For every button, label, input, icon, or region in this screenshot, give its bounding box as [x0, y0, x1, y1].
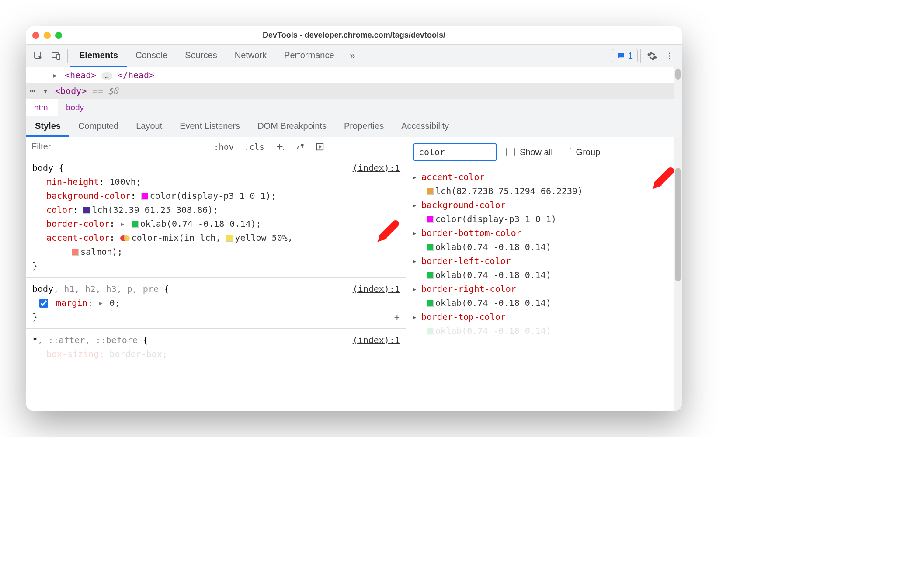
computed-property[interactable]: ▸ background-color color(display-p3 1 0 … [409, 198, 682, 226]
expand-icon[interactable]: ▸ [412, 198, 417, 212]
color-swatch-icon[interactable] [72, 249, 79, 256]
color-swatch-icon[interactable] [226, 235, 233, 242]
computed-property[interactable]: ▸ border-left-color oklab(0.74 -0.18 0.1… [409, 254, 682, 282]
rule-source-link[interactable]: (index):1 [353, 282, 400, 296]
group-input[interactable] [563, 148, 571, 156]
prop-value: salmon); [80, 246, 122, 257]
main-toolbar: Elements Console Sources Network Perform… [26, 45, 682, 67]
rendering-icon[interactable] [290, 137, 310, 156]
computed-toggle-icon[interactable] [310, 137, 330, 156]
show-all-checkbox[interactable]: Show all [504, 146, 553, 158]
tab-console[interactable]: Console [127, 45, 176, 67]
css-property[interactable]: background-color: color(display-p3 1 0 1… [32, 189, 400, 203]
computed-property[interactable]: ▸ accent-color lch(82.7238 75.1294 66.22… [409, 170, 682, 198]
expand-icon[interactable]: ▸ [412, 282, 417, 296]
settings-icon[interactable] [643, 47, 661, 65]
css-rule[interactable]: (index):1 *, ::after, ::before { box-siz… [26, 329, 406, 365]
css-property[interactable]: border-color: ▸ oklab(0.74 -0.18 0.14); [32, 217, 400, 231]
device-toolbar-icon[interactable] [47, 47, 65, 65]
tab-network[interactable]: Network [226, 45, 275, 67]
expand-icon[interactable]: ▸ [52, 68, 59, 82]
expand-icon[interactable]: ▸ [412, 226, 417, 240]
tab-sources[interactable]: Sources [176, 45, 226, 67]
css-property[interactable]: box-sizing: border-box; [32, 347, 400, 361]
maximize-window-button[interactable] [55, 32, 62, 39]
rules-list[interactable]: (index):1 body { min-height: 100vh; back… [26, 156, 406, 411]
expand-icon[interactable]: ▸ [412, 310, 417, 324]
expand-shorthand-icon[interactable]: ▸ [98, 296, 104, 310]
subtab-event-listeners[interactable]: Event Listeners [171, 116, 249, 137]
color-swatch-icon[interactable] [83, 207, 90, 214]
color-swatch-icon[interactable] [427, 188, 434, 195]
collapse-icon[interactable]: ▾ [43, 84, 50, 98]
color-swatch-icon[interactable] [132, 221, 139, 228]
collapsed-icon[interactable]: … [101, 72, 112, 80]
rule-source-link[interactable]: (index):1 [353, 333, 400, 347]
show-all-input[interactable] [506, 148, 515, 156]
tag-head-close: </head> [118, 70, 154, 80]
color-swatch-icon[interactable] [427, 272, 434, 279]
tab-performance[interactable]: Performance [275, 45, 343, 67]
scrollbar[interactable] [674, 67, 682, 99]
computed-property[interactable]: ▸ border-right-color oklab(0.74 -0.18 0.… [409, 282, 682, 310]
color-swatch-icon[interactable] [427, 244, 434, 251]
css-property[interactable]: accent-color: color-mix(in lch, yellow 5… [32, 231, 400, 245]
tag-body-open: <body> [55, 86, 87, 96]
dom-body-row[interactable]: ⋯ ▾ <body> == $0 [26, 83, 682, 99]
inspect-element-icon[interactable] [30, 47, 47, 65]
scroll-thumb[interactable] [675, 168, 681, 281]
expand-icon[interactable]: ▸ [412, 254, 417, 268]
breadcrumb-body[interactable]: body [58, 99, 92, 116]
color-swatch-icon[interactable] [141, 193, 148, 200]
panel-tabs: Elements Console Sources Network Perform… [70, 45, 343, 67]
tab-elements[interactable]: Elements [70, 45, 127, 67]
css-property[interactable]: color: lch(32.39 61.25 308.86); [32, 203, 400, 217]
scroll-thumb[interactable] [675, 69, 681, 80]
expand-icon[interactable]: ▸ [412, 170, 417, 184]
group-checkbox[interactable]: Group [561, 146, 601, 158]
css-property[interactable]: min-height: 100vh; [32, 175, 400, 189]
more-tabs-icon[interactable]: » [343, 50, 362, 62]
css-rule[interactable]: (index):1 body, h1, h2, h3, p, pre { mar… [26, 278, 406, 329]
subtab-accessibility[interactable]: Accessibility [393, 116, 458, 137]
color-mix-swatch-icon[interactable] [120, 235, 129, 241]
subtab-computed[interactable]: Computed [69, 116, 127, 137]
new-rule-icon[interactable]: ▾ [270, 137, 290, 156]
css-rule[interactable]: (index):1 body { min-height: 100vh; back… [26, 156, 406, 278]
rule-selector[interactable]: body, h1, h2, h3, p, pre { [32, 282, 400, 296]
styles-filter-input[interactable] [26, 137, 208, 156]
computed-list[interactable]: ▸ accent-color lch(82.7238 75.1294 66.22… [406, 167, 682, 411]
rule-selector[interactable]: *, ::after, ::before { [32, 333, 400, 347]
close-window-button[interactable] [32, 32, 39, 39]
computed-property[interactable]: ▸ border-bottom-color oklab(0.74 -0.18 0… [409, 226, 682, 254]
expand-shorthand-icon[interactable]: ▸ [120, 217, 126, 231]
cls-button[interactable]: .cls [239, 137, 270, 156]
css-property[interactable]: margin: ▸ 0; [32, 296, 400, 310]
issues-button[interactable]: 1 [612, 49, 638, 62]
dom-head-row[interactable]: ▸ <head> … </head> [26, 67, 682, 83]
color-swatch-icon[interactable] [427, 300, 434, 307]
subtab-dom-breakpoints[interactable]: DOM Breakpoints [249, 116, 335, 137]
more-menu-icon[interactable] [661, 47, 678, 65]
minimize-window-button[interactable] [44, 32, 51, 39]
prop-value: lch(32.39 61.25 308.86); [92, 205, 218, 215]
scrollbar[interactable] [674, 137, 682, 411]
computed-filter-input[interactable] [413, 143, 497, 161]
subtab-styles[interactable]: Styles [26, 116, 69, 137]
css-property-cont[interactable]: salmon); [32, 245, 400, 259]
hov-button[interactable]: :hov [208, 137, 239, 156]
computed-property[interactable]: ▸ border-top-color oklab(0.74 -0.18 0.14… [409, 310, 682, 338]
breadcrumb-html[interactable]: html [26, 99, 58, 116]
subtab-layout[interactable]: Layout [127, 116, 171, 137]
annotation-arrow-icon [649, 167, 675, 193]
rule-selector[interactable]: body { [32, 161, 400, 175]
add-property-icon[interactable]: + [394, 309, 400, 325]
overflow-icon[interactable]: ⋯ [26, 84, 38, 98]
color-swatch-icon[interactable] [427, 216, 434, 223]
property-toggle-checkbox[interactable] [39, 299, 48, 308]
traffic-lights [32, 32, 62, 39]
dom-tree[interactable]: ▸ <head> … </head> ⋯ ▾ <body> == $0 [26, 67, 682, 99]
rule-source-link[interactable]: (index):1 [353, 161, 400, 175]
subtab-properties[interactable]: Properties [335, 116, 393, 137]
styles-toolbar: :hov .cls ▾ [26, 137, 406, 156]
